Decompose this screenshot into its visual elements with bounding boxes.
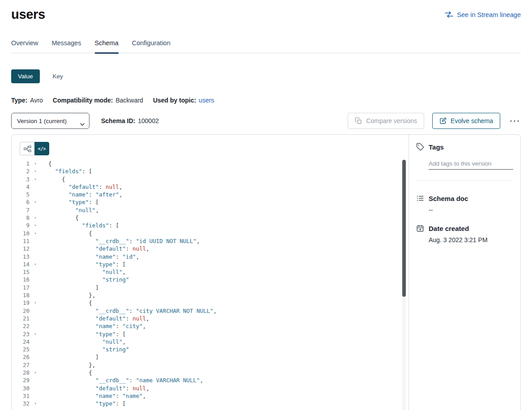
fold-toggle-icon[interactable]: ▾ (30, 230, 41, 237)
token: : [ (116, 261, 126, 268)
stream-lineage-link[interactable]: See in Stream lineage (445, 11, 521, 18)
fold-spacer (30, 268, 41, 276)
fold-toggle-icon[interactable]: ▾ (30, 400, 41, 407)
add-tags-input[interactable] (429, 158, 513, 170)
fold-spacer (30, 353, 41, 361)
fold-toggle-icon[interactable]: ▾ (30, 222, 41, 229)
evolve-schema-button[interactable]: Evolve schema (432, 113, 500, 129)
token: , (143, 393, 146, 399)
serde-key-button[interactable]: Key (46, 69, 70, 83)
code-line: 17 ] (12, 284, 409, 291)
editor-view-toggle: </> (20, 142, 49, 155)
fold-toggle-icon[interactable]: ▾ (30, 369, 41, 376)
stream-lineage-label: See in Stream lineage (457, 11, 521, 18)
code-line: 6▾ "type": [ (12, 198, 409, 206)
fold-toggle-icon[interactable]: ▾ (30, 261, 41, 268)
code-text: "name": "after", (41, 191, 123, 198)
line-number: 10 (12, 230, 30, 237)
code-line: 20 "__crdb__": "city VARCHAR NOT NULL", (12, 307, 409, 315)
serde-toggle: ValueKey (11, 69, 532, 83)
fold-toggle-icon[interactable]: ▾ (30, 330, 41, 338)
code-line: 16 "string" (12, 276, 409, 283)
tab-messages[interactable]: Messages (51, 35, 81, 54)
token: "name" (95, 323, 115, 329)
code-text: "null", (41, 338, 126, 346)
meta-row: Type:AvroCompatibility mode:BackwardUsed… (11, 97, 532, 104)
fold-toggle-icon[interactable]: ▾ (30, 167, 41, 175)
schema-doc-icon (416, 194, 424, 202)
token: "name" (68, 191, 89, 198)
scrollbar-thumb[interactable] (402, 160, 406, 297)
version-select-wrap: Version 1 (current) (11, 113, 89, 129)
tab-overview[interactable]: Overview (11, 35, 38, 54)
code-line: 23▾ "type": [ (12, 330, 409, 338)
controls-row: Version 1 (current) Schema ID: 100002 Co… (11, 113, 521, 129)
fold-toggle-icon[interactable]: ▾ (30, 198, 41, 206)
fold-spacer (30, 307, 41, 315)
code-line: 5 "name": "after", (12, 191, 409, 198)
meta-value-link[interactable]: users (199, 97, 214, 104)
token: { (89, 299, 92, 306)
token: : [ (89, 199, 99, 205)
code-text: "string" (41, 346, 129, 353)
code-text: "fields": [ (41, 167, 92, 175)
token: : (116, 253, 123, 260)
tree-view-button[interactable] (20, 142, 34, 155)
token: { (89, 369, 92, 376)
code-text: "__crdb__": "name VARCHAR NULL", (41, 376, 203, 384)
token: "default" (95, 385, 126, 392)
code-text: "type": [ (41, 400, 126, 407)
tab-configuration[interactable]: Configuration (132, 35, 170, 54)
fold-spacer (30, 253, 41, 261)
token: "type" (68, 199, 89, 205)
serde-value-button[interactable]: Value (11, 69, 40, 83)
token: : (129, 308, 136, 314)
code-text: }, (41, 361, 95, 369)
token: "default" (95, 245, 126, 252)
token: "id UUID NOT NULL" (136, 238, 196, 244)
line-number: 32 (12, 400, 30, 407)
fold-spacer (30, 384, 41, 392)
line-number: 28 (12, 369, 30, 376)
tab-schema[interactable]: Schema (95, 35, 119, 54)
meta-label: Used by topic: (153, 97, 196, 104)
token: "__crdb__" (95, 377, 129, 384)
token: : (99, 184, 106, 190)
fold-toggle-icon[interactable]: ▾ (30, 175, 41, 183)
token: "string" (102, 346, 129, 353)
token: "__crdb__" (95, 308, 129, 314)
version-select[interactable]: Version 1 (current) (11, 113, 89, 129)
evolve-schema-icon (439, 117, 447, 124)
stream-lineage-icon (445, 11, 453, 18)
token: : (116, 323, 123, 329)
fold-spacer (30, 183, 41, 191)
token: "city VARCHAR NOT NULL" (136, 308, 213, 314)
token: : [ (82, 168, 92, 175)
line-number: 7 (12, 206, 30, 214)
compare-versions-button[interactable]: Compare versions (348, 113, 424, 129)
page-title: users (11, 7, 45, 22)
token: : (126, 315, 132, 322)
sidebar-divider (416, 180, 513, 181)
fold-toggle-icon[interactable]: ▾ (30, 299, 41, 307)
code-view-button[interactable]: </> (34, 142, 49, 155)
token: "null" (75, 207, 95, 214)
code-text: "type": [ (41, 261, 126, 268)
token: : [ (109, 222, 119, 229)
fold-toggle-icon[interactable]: ▾ (30, 160, 41, 167)
version-sidebar: Tags Schema doc -- Date created Aug. 3 2… (409, 135, 520, 410)
more-options-button[interactable]: ⋯ (508, 119, 521, 123)
code-line: 12 "default": null, (12, 245, 409, 252)
token: ] (95, 354, 99, 360)
token: { (62, 176, 65, 183)
code-lines: 1▾{2▾ "fields": [3▾ {4 "default": null,5… (12, 160, 409, 408)
code-text: "type": [ (41, 198, 99, 206)
token: , (119, 184, 123, 190)
fold-toggle-icon[interactable]: ▾ (30, 214, 41, 222)
fold-spacer (30, 376, 41, 384)
date-created-section-header: Date created (416, 224, 513, 232)
code-text: "null", (41, 268, 126, 276)
controls-right: Compare versions Evolve schema ⋯ (348, 113, 521, 129)
code-line: 4 "default": null, (12, 183, 409, 191)
code-text: }, (41, 291, 95, 299)
